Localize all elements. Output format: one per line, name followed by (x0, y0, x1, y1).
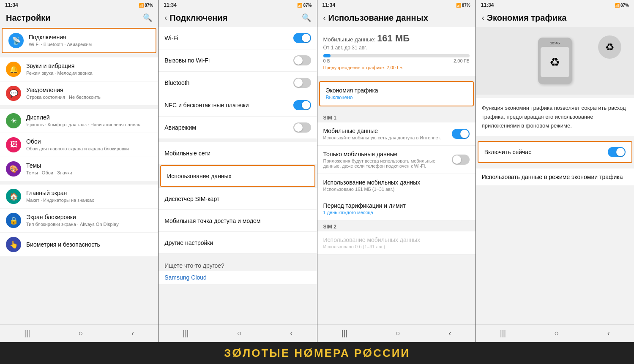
billing-title: Период тарификации и лимит (323, 202, 470, 209)
billing-row[interactable]: Период тарификации и лимит 1 день каждог… (317, 197, 476, 220)
wifi-item[interactable]: Wi-Fi (158, 27, 317, 49)
mobiledata-row[interactable]: Мобильные данные Используйте мобильную с… (317, 122, 476, 146)
mobilenet-label: Мобильные сети (164, 150, 210, 157)
nav-menu-btn-4[interactable]: ||| (493, 327, 513, 340)
connections-subtitle: Wi-Fi · Bluetooth · Авиарежим (29, 41, 150, 47)
nav-home-btn-4[interactable]: ○ (547, 327, 566, 340)
screen3-title: Использование данных (328, 13, 428, 23)
enable-now-row[interactable]: Включить сейчас (478, 141, 632, 163)
biometrics-icon: 👆 (6, 237, 21, 252)
samsung-cloud-link[interactable]: Samsung Cloud (158, 271, 317, 284)
back-button-3[interactable]: ‹ (323, 14, 326, 22)
nfc-label: NFC и бесконтактные платежи (164, 102, 249, 109)
status-icons-2: 📶 87% (297, 3, 312, 8)
mobiledata-toggle[interactable] (452, 129, 470, 139)
screen-economy: 11:34 📶 87% ‹ Экономия трафика 12:45 (476, 0, 634, 342)
divider (0, 54, 158, 57)
settings-item-themes[interactable]: 🎨 Темы Темы · Обои · Значки (0, 157, 158, 181)
othersettings-label: Другие настройки (164, 239, 213, 246)
status-icons-3: 📶 87% (456, 3, 470, 8)
bottom-nav-1: ||| ○ ‹ (0, 324, 158, 342)
hotspot-label: Мобильная точка доступа и модем (164, 217, 260, 224)
settings-item-wallpaper[interactable]: 🖼 Обои Обои для главного экрана и экрана… (0, 133, 158, 157)
simmanager-item[interactable]: Диспетчер SIM-карт (158, 188, 317, 210)
progress-min: 0 Б (323, 58, 330, 63)
bluetooth-item[interactable]: Bluetooth (158, 72, 317, 94)
onlymobile-toggle[interactable] (452, 155, 470, 165)
status-icons-1: 📶 87% (139, 3, 153, 8)
nav-back-btn-3[interactable]: ‹ (442, 327, 458, 340)
economy-status: Выключено (326, 95, 467, 101)
bluetooth-toggle[interactable] (293, 78, 311, 88)
status-bar-2: 11:34 📶 87% (158, 0, 317, 9)
phone-mockup: 12:45 ♻ (538, 38, 572, 84)
nav-home-btn-1[interactable]: ○ (72, 327, 90, 340)
back-area-3: ‹ Использование данных (323, 13, 428, 23)
signal-icon-3: 📶 (456, 3, 461, 8)
status-icons-4: 📶 87% (615, 3, 629, 8)
bluetooth-label: Bluetooth (164, 79, 189, 86)
nav-back-btn-1[interactable]: ‹ (125, 327, 141, 340)
time-2: 11:34 (164, 2, 177, 8)
screen-datausage: 11:34 📶 87% ‹ Использование данных Мобил… (317, 0, 476, 342)
themes-subtitle: Темы · Обои · Значки (26, 170, 152, 176)
use-data-row[interactable]: Использовать данные в режиме экономии тр… (476, 168, 634, 185)
battery-icon-2: 87% (303, 3, 312, 8)
screen4-title: Экономия трафика (487, 13, 567, 23)
datausage-item[interactable]: Использование данных (160, 165, 315, 187)
sim1-label: SIM 1 (317, 111, 476, 122)
settings-item-display[interactable]: ☀ Дисплей Яркость · Комфорт для глаз · Н… (0, 109, 158, 133)
enable-now-toggle[interactable] (608, 147, 626, 157)
settings-item-notifications[interactable]: 💬 Уведомления Строка состояния · Не бесп… (0, 81, 158, 105)
divider (476, 136, 634, 139)
notifications-title: Уведомления (26, 86, 152, 94)
back-button-2[interactable]: ‹ (164, 14, 167, 22)
nav-menu-btn-1[interactable]: ||| (17, 327, 37, 340)
back-area-2: ‹ Подключения (164, 13, 227, 23)
top-bar-2: ‹ Подключения 🔍 (158, 9, 317, 27)
nav-menu-btn-3[interactable]: ||| (335, 327, 354, 340)
use-data-label: Использовать данные в режиме экономии тр… (482, 174, 623, 180)
divider (317, 108, 476, 111)
nav-menu-btn-2[interactable]: ||| (176, 327, 195, 340)
onlymobile-row[interactable]: Только мобильные данные Приложения будут… (317, 146, 476, 174)
search-button-1[interactable]: 🔍 (143, 13, 152, 22)
settings-item-homescreen[interactable]: 🏠 Главный экран Макет · Индикаторы на зн… (0, 185, 158, 208)
settings-item-lockscreen[interactable]: 🔒 Экран блокировки Тип блокировки экрана… (0, 209, 158, 232)
divider (476, 165, 634, 168)
homescreen-icon: 🏠 (6, 189, 21, 204)
nfc-toggle[interactable] (293, 100, 311, 110)
nav-back-btn-2[interactable]: ‹ (283, 327, 299, 340)
search-button-2[interactable]: 🔍 (302, 13, 311, 22)
mobilenet-item[interactable]: Мобильные сети (158, 142, 317, 164)
nav-home-btn-2[interactable]: ○ (230, 327, 249, 340)
wificalls-toggle[interactable] (293, 55, 311, 65)
signal-icon-1: 📶 (139, 3, 144, 8)
looking-text: Ищете что-то другое? (158, 257, 317, 271)
date-range: От 1 авг. до 31 авг. (323, 45, 470, 51)
top-bar-4: ‹ Экономия трафика (476, 9, 634, 27)
othersettings-item[interactable]: Другие настройки (158, 232, 317, 254)
divider (317, 76, 476, 79)
datausagesim2-row[interactable]: Использование мобильных данных Использов… (317, 231, 476, 255)
divider (158, 139, 317, 142)
warning-text: Предупреждение о трафике: 2,00 ГБ (323, 65, 470, 70)
hotspot-item[interactable]: Мобильная точка доступа и модем (158, 210, 317, 232)
airplane-toggle[interactable] (293, 122, 311, 133)
settings-item-biometrics[interactable]: 👆 Биометрия и безопасность (0, 233, 158, 256)
phone-time: 12:45 (550, 41, 560, 45)
wifi-toggle[interactable] (293, 33, 311, 43)
settings-item-connections[interactable]: 📡 Подключения Wi-Fi · Bluetooth · Авиаре… (2, 28, 156, 53)
wificalls-item[interactable]: Вызовы по Wi-Fi (158, 49, 317, 72)
back-button-4[interactable]: ‹ (482, 14, 484, 22)
nav-home-btn-3[interactable]: ○ (389, 327, 407, 340)
economy-section[interactable]: Экономия трафика Выключено (319, 81, 474, 106)
sounds-subtitle: Режим звука · Мелодия звонка (26, 70, 152, 76)
nav-back-btn-4[interactable]: ‹ (601, 327, 617, 340)
settings-item-sounds[interactable]: 🔔 Звуки и вибрация Режим звука · Мелодия… (0, 57, 158, 81)
datausagesim-row[interactable]: Использование мобильных данных Использов… (317, 174, 476, 197)
nfc-item[interactable]: NFC и бесконтактные платежи (158, 94, 317, 117)
screen1-title: Настройки (6, 13, 51, 23)
datausage-content: Мобильные данные: 161 МБ От 1 авг. до 31… (317, 27, 476, 324)
airplane-item[interactable]: Авиарежим (158, 117, 317, 139)
